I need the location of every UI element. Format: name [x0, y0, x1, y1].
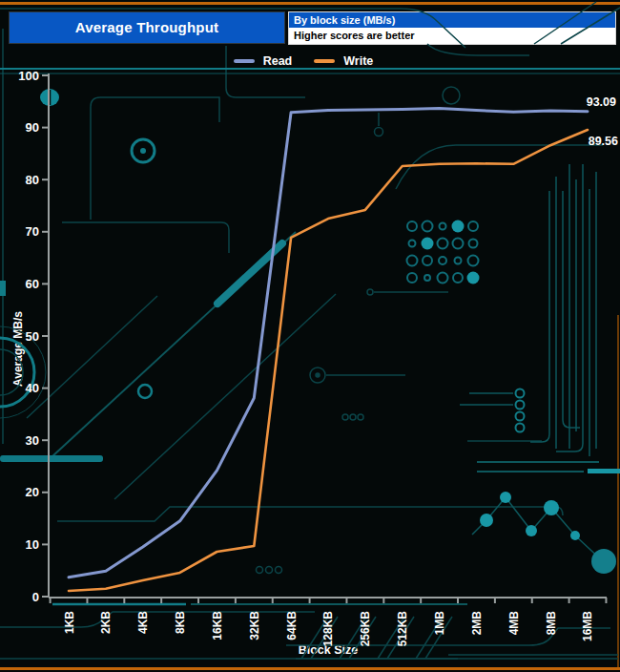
- y-tick-label: 20: [26, 485, 39, 499]
- y-tick-label: 40: [26, 381, 39, 395]
- x-category-label: 256KB: [359, 611, 372, 647]
- x-category-label: 1KB: [63, 611, 76, 634]
- benchmark-chart-screenshot: Average Throughput By block size (MB/s) …: [0, 0, 620, 672]
- y-tick-label: 100: [18, 69, 39, 83]
- throughput-line-chart: 01020304050607080901001KB2KB4KB8KB16KB32…: [0, 0, 620, 672]
- y-tick-label: 10: [26, 537, 39, 552]
- y-tick-label: 90: [26, 120, 39, 135]
- x-category-label: 2MB: [470, 611, 484, 636]
- x-category-label: 512KB: [396, 611, 409, 647]
- x-category-label: 16KB: [211, 611, 224, 640]
- x-category-label: 8KB: [174, 611, 187, 634]
- x-category-label: 4KB: [136, 611, 150, 634]
- y-tick-label: 0: [32, 590, 39, 604]
- read-end-value-label: 93.09: [562, 95, 616, 109]
- x-category-label: 64KB: [285, 611, 299, 640]
- write-line: [69, 130, 588, 591]
- y-tick-label: 50: [26, 329, 39, 344]
- x-category-label: 4MB: [507, 611, 521, 636]
- x-category-label: 2KB: [99, 611, 113, 634]
- y-tick-label: 80: [26, 173, 39, 187]
- x-category-label: 16MB: [581, 611, 594, 641]
- y-tick-label: 70: [26, 224, 39, 239]
- x-category-label: 8MB: [545, 611, 558, 636]
- x-category-label: 128KB: [321, 611, 335, 647]
- x-category-label: 32KB: [248, 611, 261, 640]
- y-tick-label: 30: [26, 433, 39, 448]
- x-category-label: 1MB: [433, 611, 446, 636]
- read-line: [69, 108, 588, 577]
- write-end-value-label: 89.56: [564, 135, 618, 148]
- y-tick-label: 60: [26, 277, 39, 291]
